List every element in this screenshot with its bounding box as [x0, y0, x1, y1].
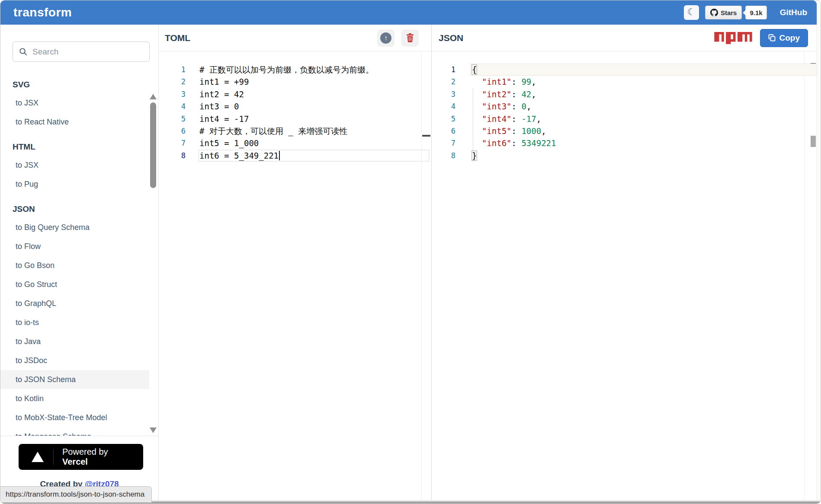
toml-code-line-5[interactable]: 5int4 = -17	[159, 113, 421, 125]
vercel-divider	[53, 449, 54, 465]
toml-code-line-2[interactable]: 2int1 = +99	[159, 76, 421, 88]
toml-panel: TOML ↑ 1# 正数可以以加号为前缀，负数以减号为前缀。2int1 =	[159, 25, 432, 501]
token-plain: :	[512, 77, 522, 86]
toml-panel-title: TOML	[165, 33, 190, 43]
json-panel-title: JSON	[439, 33, 463, 43]
sidebar-item-to-react-native[interactable]: to React Native	[0, 112, 149, 131]
upload-button[interactable]: ↑	[377, 29, 394, 47]
line-number: 3	[159, 88, 186, 100]
sidebar-nav: SVGto JSXto React NativeHTMLto JSXto Pug…	[0, 80, 158, 436]
dark-mode-toggle[interactable]: ☾	[684, 5, 699, 20]
token-key: "int3"	[482, 102, 512, 111]
toml-code-line-4[interactable]: 4int3 = 0	[159, 100, 421, 112]
search-input[interactable]	[32, 47, 143, 57]
json-code-line-7[interactable]: 7 "int6": 5349221	[432, 137, 804, 149]
token-num: -17	[521, 114, 536, 124]
sidebar-item-to-jsdoc[interactable]: to JSDoc	[0, 351, 149, 370]
sidebar-item-to-go-bson[interactable]: to Go Bson	[0, 256, 149, 275]
powered-by-label: Powered by	[62, 447, 108, 456]
sidebar-item-to-graphql[interactable]: to GraphQL	[0, 294, 149, 313]
sidebar-item-to-io-ts[interactable]: to io-ts	[0, 313, 149, 332]
scrollbar-down-arrow-icon[interactable]	[150, 427, 157, 433]
json-code-area: 1{2 "int1": 99,3 "int2": 42,4 "int3": 0,…	[432, 64, 804, 162]
github-stars-button[interactable]: Stars	[705, 6, 742, 19]
toml-code-line-3[interactable]: 3int2 = 42	[159, 88, 421, 100]
powered-by-vercel-badge[interactable]: Powered by Vercel	[19, 444, 143, 470]
token-num: 0	[521, 102, 526, 111]
token-plain: :	[512, 114, 522, 124]
token-plain: :	[512, 126, 522, 136]
toml-code-line-8[interactable]: 8int6 = 5_349_221	[159, 150, 421, 162]
github-link[interactable]: GitHub	[780, 8, 807, 17]
json-overview-ruler[interactable]	[804, 51, 817, 501]
sidebar-item-to-jsx[interactable]: to JSX	[0, 93, 149, 112]
toml-code-line-7[interactable]: 7int5 = 1_000	[159, 137, 421, 149]
toml-line-text: # 对于大数，可以使用 _ 来增强可读性	[186, 125, 347, 137]
json-code-line-2[interactable]: 2 "int1": 99,	[432, 76, 804, 88]
scrollbar-up-arrow-icon[interactable]	[150, 94, 157, 99]
toml-cursor-ruler-mark	[422, 135, 430, 137]
token-num: 42	[521, 89, 531, 99]
line-number: 2	[432, 76, 455, 88]
token-key: "int5"	[482, 126, 512, 136]
token-num: 5349221	[521, 138, 556, 148]
app-window: transform ☾ Stars 9.1k GitHub	[0, 0, 821, 504]
current-line-border	[198, 150, 430, 162]
json-code-line-4[interactable]: 4 "int3": 0,	[432, 100, 804, 112]
sidebar-item-to-flow[interactable]: to Flow	[0, 237, 149, 256]
line-number: 2	[159, 76, 186, 88]
json-line-text: "int1": 99,	[455, 76, 536, 88]
sidebar-item-to-go-struct[interactable]: to Go Struct	[0, 275, 149, 294]
token-plain: ,	[536, 114, 541, 124]
toml-overview-ruler[interactable]	[421, 51, 431, 501]
sidebar-item-to-mongoose-schema[interactable]: to Mongoose Schema	[0, 427, 149, 436]
sidebar-item-to-kotlin[interactable]: to Kotlin	[0, 389, 149, 408]
sidebar-item-to-json-schema[interactable]: to JSON Schema	[0, 370, 149, 389]
token-num: 1000	[521, 126, 541, 136]
line-number: 8	[159, 150, 186, 162]
nav-section-html: HTMLto JSXto Pug	[0, 142, 158, 194]
sidebar-scrollbar-thumb[interactable]	[150, 102, 156, 188]
line-number: 8	[432, 150, 455, 162]
line-number: 7	[432, 137, 455, 149]
app-logo[interactable]: transform	[13, 6, 72, 19]
toml-code-line-6[interactable]: 6# 对于大数，可以使用 _ 来增强可读性	[159, 125, 421, 137]
json-code-line-5[interactable]: 5 "int4": -17,	[432, 113, 804, 125]
nav-section-header-svg: SVG	[0, 80, 158, 90]
github-stars-count[interactable]: 9.1k	[745, 6, 766, 19]
token-num: 99	[521, 77, 531, 86]
json-editor[interactable]: 1{2 "int1": 99,3 "int2": 42,4 "int3": 0,…	[432, 51, 817, 162]
sidebar-item-to-java[interactable]: to Java	[0, 332, 149, 351]
json-code-line-1[interactable]: 1{	[432, 64, 804, 76]
sidebar-item-to-big-query-schema[interactable]: to Big Query Schema	[0, 218, 149, 237]
toml-line-text: int3 = 0	[186, 100, 239, 112]
json-line-text: "int5": 1000,	[455, 125, 546, 137]
copy-button[interactable]: Copy	[760, 29, 808, 47]
line-number: 6	[159, 125, 186, 137]
token-plain: :	[512, 138, 522, 148]
window-scrollbar-gutter[interactable]	[817, 0, 821, 501]
toml-code-area: 1# 正数可以以加号为前缀，负数以减号为前缀。2int1 = +993int2 …	[159, 64, 421, 162]
nav-section-svg: SVGto JSXto React Native	[0, 80, 158, 131]
json-line-text: "int6": 5349221	[455, 137, 556, 149]
sidebar-scroll-area: SVGto JSXto React NativeHTMLto JSXto Pug…	[0, 25, 158, 436]
token-plain	[472, 138, 482, 148]
line-number: 1	[159, 64, 186, 76]
json-code-line-8[interactable]: 8}	[432, 150, 804, 162]
clear-button[interactable]	[401, 29, 419, 47]
json-line-text: "int4": -17,	[455, 113, 541, 125]
toml-code-line-1[interactable]: 1# 正数可以以加号为前缀，负数以减号为前缀。	[159, 64, 421, 76]
json-code-line-3[interactable]: 3 "int2": 42,	[432, 88, 804, 100]
toml-panel-header: TOML ↑	[159, 25, 431, 51]
sidebar-item-to-pug[interactable]: to Pug	[0, 175, 149, 194]
line-number: 6	[432, 125, 455, 137]
toml-editor[interactable]: 1# 正数可以以加号为前缀，负数以减号为前缀。2int1 = +993int2 …	[159, 51, 431, 162]
toml-line-text: int2 = 42	[186, 88, 244, 100]
github-stars-widget: Stars 9.1k	[705, 6, 767, 19]
current-line-highlight	[470, 64, 817, 76]
sidebar-item-to-mobx-state-tree-model[interactable]: to MobX-State-Tree Model	[0, 408, 149, 427]
sidebar-item-to-jsx[interactable]: to JSX	[0, 156, 149, 175]
json-panel-header: JSON Copy	[432, 25, 817, 51]
json-code-line-6[interactable]: 6 "int5": 1000,	[432, 125, 804, 137]
npm-logo[interactable]	[714, 32, 752, 44]
